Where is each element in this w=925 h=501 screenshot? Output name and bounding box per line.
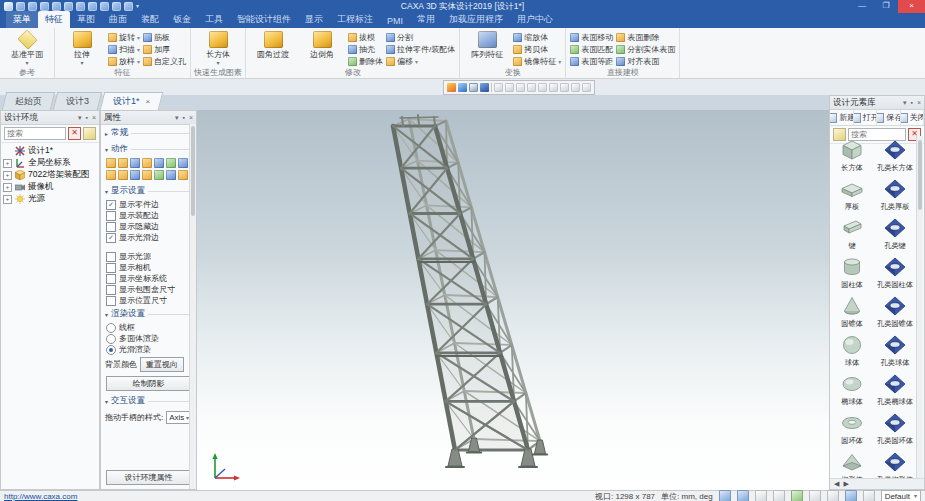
fillet-button[interactable]: 圆角过渡 — [250, 30, 296, 68]
action-icon[interactable] — [166, 158, 176, 168]
notify-icon[interactable] — [112, 2, 121, 11]
delete-face-button[interactable]: 表面删除 — [616, 32, 675, 43]
style-icon[interactable] — [124, 2, 133, 11]
library-open-button[interactable]: 打开 — [854, 110, 878, 125]
paste-icon[interactable] — [527, 83, 536, 92]
tree-item-coordinate-system[interactable]: + 全局坐标系 — [3, 158, 97, 168]
checkbox[interactable] — [106, 211, 116, 221]
library-item[interactable]: 长方体 — [831, 136, 874, 175]
appearance-icon[interactable] — [845, 490, 857, 501]
stretch-part-button[interactable]: 拉伸零件/装配体 — [386, 44, 455, 55]
doc-tab-start[interactable]: 起始页 — [2, 92, 55, 110]
export-icon[interactable] — [64, 2, 73, 11]
panel-close-icon[interactable]: × — [917, 99, 921, 106]
grid-icon[interactable] — [549, 83, 558, 92]
section-interaction-settings[interactable]: ▾ 交互设置 — [101, 393, 196, 409]
panel-dropdown-icon[interactable]: ▾ — [78, 114, 82, 122]
caxa-link[interactable]: http://www.caxa.com — [4, 492, 77, 501]
tab-addins[interactable]: 加载应用程序 — [442, 11, 510, 28]
tab-assembly[interactable]: 装配 — [134, 11, 166, 28]
library-item[interactable]: 圆锥体 — [831, 292, 874, 331]
library-scrollbar[interactable] — [916, 136, 923, 479]
zoom-fit-icon[interactable] — [755, 490, 767, 501]
filter-icon[interactable] — [83, 127, 96, 140]
render-mode-icon[interactable] — [809, 490, 821, 501]
action-icon[interactable] — [142, 170, 152, 180]
mirror-feature-button[interactable]: 镜像特征▾ — [513, 56, 561, 67]
library-item[interactable]: 孔类圆柱体 — [874, 253, 917, 292]
import-icon[interactable] — [40, 2, 49, 11]
layout-icon[interactable] — [480, 83, 489, 92]
action-icon[interactable] — [118, 170, 128, 180]
draw-shadow-button[interactable]: 绘制阴影 — [106, 376, 192, 391]
move-face-button[interactable]: 表面移动 — [570, 32, 613, 43]
loft-button[interactable]: 放样▾ — [108, 56, 140, 67]
tab-menu[interactable]: 菜单 — [6, 11, 38, 28]
action-icon[interactable] — [130, 158, 140, 168]
split-face-button[interactable]: 分割实体表面 — [616, 44, 675, 55]
offset-button[interactable]: 偏移▾ — [386, 56, 455, 67]
pager-right-icon[interactable]: ▶ — [843, 480, 848, 488]
doc-tab-close-icon[interactable]: × — [145, 97, 150, 106]
action-icon[interactable] — [106, 170, 116, 180]
action-icon[interactable] — [166, 170, 176, 180]
screen-icon[interactable] — [469, 83, 478, 92]
copy-icon[interactable] — [516, 83, 525, 92]
scene-icon[interactable] — [447, 83, 456, 92]
action-icon[interactable] — [154, 158, 164, 168]
expand-icon[interactable]: + — [3, 195, 12, 204]
display-option[interactable]: 显示坐标系统 — [101, 273, 196, 284]
pattern-feature-button[interactable]: 阵列特征 — [464, 30, 510, 68]
tab-pmi[interactable]: PMI — [380, 14, 410, 28]
sweep-button[interactable]: 扫描▾ — [108, 44, 140, 55]
snap-icon[interactable] — [538, 83, 547, 92]
library-item[interactable]: 孔类球体 — [874, 331, 917, 370]
display-option[interactable]: 显示光源 — [101, 251, 196, 262]
checkbox[interactable] — [106, 200, 116, 210]
checkbox[interactable] — [106, 285, 116, 295]
action-icon[interactable] — [178, 170, 188, 180]
action-icon[interactable] — [178, 158, 188, 168]
checkbox[interactable] — [106, 252, 116, 262]
display-option[interactable]: 显示零件边 — [101, 199, 196, 210]
library-item[interactable]: 厚板 — [831, 175, 874, 214]
radio[interactable] — [106, 334, 116, 344]
library-item[interactable]: 键 — [831, 214, 874, 253]
qat-dropdown-icon[interactable]: ▾ — [136, 2, 142, 11]
rib-button[interactable]: 筋板 — [143, 32, 186, 43]
view-icon[interactable] — [560, 83, 569, 92]
tab-common[interactable]: 常用 — [410, 11, 442, 28]
panel-close-icon[interactable]: × — [92, 114, 96, 121]
redo-icon[interactable] — [100, 2, 109, 11]
action-icon[interactable] — [118, 158, 128, 168]
grid-toggle-icon[interactable] — [863, 490, 875, 501]
redo-gray-icon[interactable] — [505, 83, 514, 92]
scale-body-button[interactable]: 缩放体 — [513, 32, 561, 43]
settings-icon[interactable] — [582, 83, 591, 92]
truss-tower-model[interactable] — [197, 110, 829, 490]
library-item[interactable]: 孔类键 — [874, 214, 917, 253]
app-logo-icon[interactable] — [4, 2, 13, 11]
match-face-button[interactable]: 表面匹配 — [570, 44, 613, 55]
properties-scrollbar[interactable] — [189, 124, 196, 489]
tab-sketch[interactable]: 草图 — [70, 11, 102, 28]
doc-tab-design3[interactable]: 设计3 — [53, 92, 103, 110]
action-icon[interactable] — [106, 158, 116, 168]
checkbox[interactable] — [106, 296, 116, 306]
align-face-button[interactable]: 对齐表面 — [616, 56, 675, 67]
library-item[interactable]: 孔类圆锥体 — [874, 292, 917, 331]
radio[interactable] — [106, 323, 116, 333]
library-new-button[interactable]: 新建 — [830, 110, 854, 125]
datum-plane-button[interactable]: 基准平面 ▾ — [4, 30, 50, 68]
tab-feature[interactable]: 特征 — [38, 11, 70, 28]
box-primitive-button[interactable]: 长方体 ▾ — [195, 30, 241, 68]
reset-view-button[interactable]: 重置视向 — [140, 357, 184, 372]
library-save-button[interactable]: 保存 — [877, 110, 901, 125]
tab-sheetmetal[interactable]: 钣金 — [166, 11, 198, 28]
library-item[interactable]: 椭球体 — [831, 370, 874, 409]
pan-icon[interactable] — [773, 490, 785, 501]
library-item[interactable]: 圆柱体 — [831, 253, 874, 292]
library-item[interactable]: 孔类楔形体 — [874, 448, 917, 479]
close-button[interactable]: × — [898, 0, 925, 13]
library-item[interactable]: 孔类圆环体 — [874, 409, 917, 448]
